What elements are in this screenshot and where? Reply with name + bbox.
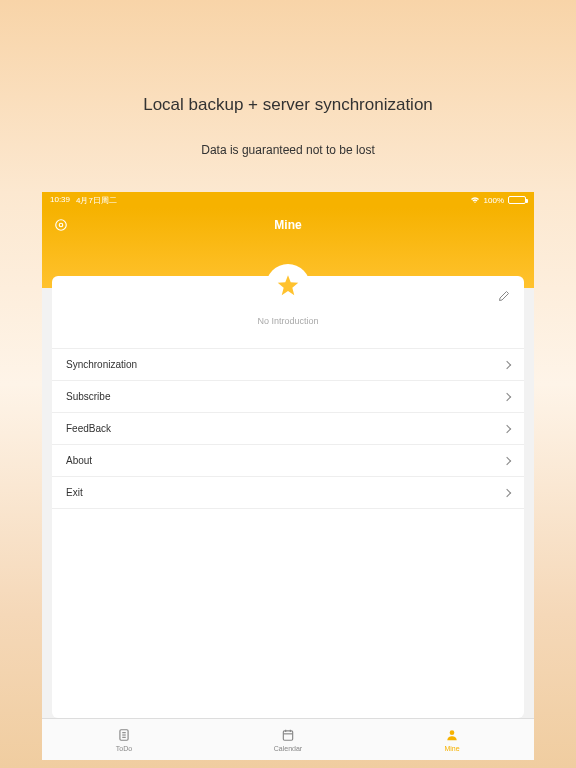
tab-bar: ToDo Calendar Mine bbox=[42, 718, 534, 760]
person-icon bbox=[444, 727, 460, 743]
menu-item-label: Exit bbox=[66, 487, 83, 498]
status-date: 4月7日周二 bbox=[76, 195, 117, 206]
svg-point-1 bbox=[59, 223, 63, 227]
chevron-right-icon bbox=[503, 456, 511, 464]
svg-rect-6 bbox=[283, 731, 292, 740]
star-icon bbox=[275, 273, 301, 299]
menu-item-sync[interactable]: Synchronization bbox=[52, 349, 524, 381]
menu-item-label: FeedBack bbox=[66, 423, 111, 434]
edit-icon[interactable] bbox=[498, 288, 510, 300]
tab-label: Calendar bbox=[274, 745, 302, 752]
menu-item-label: Subscribe bbox=[66, 391, 110, 402]
status-bar: 10:39 4月7日周二 100% bbox=[42, 192, 534, 208]
wifi-icon bbox=[470, 196, 480, 204]
profile-card: No Introduction Synchronization Subscrib… bbox=[52, 276, 524, 718]
menu-item-subscribe[interactable]: Subscribe bbox=[52, 381, 524, 413]
battery-icon bbox=[508, 196, 526, 204]
chevron-right-icon bbox=[503, 488, 511, 496]
menu-item-feedback[interactable]: FeedBack bbox=[52, 413, 524, 445]
tab-label: Mine bbox=[444, 745, 459, 752]
calendar-icon bbox=[280, 727, 296, 743]
menu-item-about[interactable]: About bbox=[52, 445, 524, 477]
promo-subtitle: Data is guaranteed not to be lost bbox=[201, 143, 374, 157]
device-screenshot: 10:39 4月7日周二 100% Mine No Introduction bbox=[42, 192, 534, 760]
promo-title: Local backup + server synchronization bbox=[143, 95, 433, 115]
avatar[interactable] bbox=[266, 264, 310, 308]
svg-point-0 bbox=[56, 220, 67, 231]
battery-percent: 100% bbox=[484, 196, 504, 205]
menu-item-label: About bbox=[66, 455, 92, 466]
menu-item-label: Synchronization bbox=[66, 359, 137, 370]
tab-label: ToDo bbox=[116, 745, 132, 752]
intro-text: No Introduction bbox=[52, 316, 524, 326]
svg-point-10 bbox=[450, 730, 455, 735]
tab-calendar[interactable]: Calendar bbox=[206, 727, 370, 752]
chevron-right-icon bbox=[503, 360, 511, 368]
tab-todo[interactable]: ToDo bbox=[42, 727, 206, 752]
tab-mine[interactable]: Mine bbox=[370, 727, 534, 752]
settings-icon[interactable] bbox=[54, 218, 68, 232]
menu-item-exit[interactable]: Exit bbox=[52, 477, 524, 509]
menu-list: Synchronization Subscribe FeedBack About… bbox=[52, 348, 524, 509]
chevron-right-icon bbox=[503, 424, 511, 432]
chevron-right-icon bbox=[503, 392, 511, 400]
list-icon bbox=[116, 727, 132, 743]
status-time: 10:39 bbox=[50, 195, 70, 206]
